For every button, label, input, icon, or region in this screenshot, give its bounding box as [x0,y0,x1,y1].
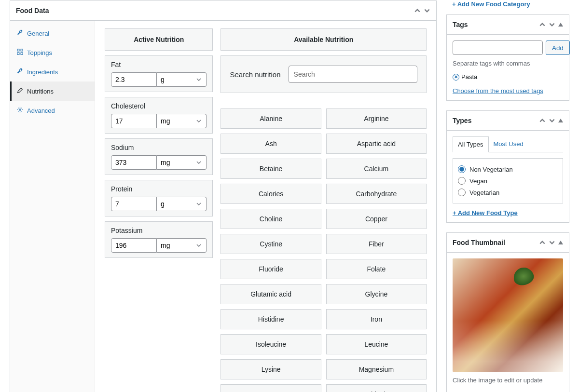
sidebar-item-ingredients[interactable]: Ingredients [10,62,95,81]
tags-panel: Tags Add Separate tags with commas ✕Past… [446,14,569,101]
nutrition-unit-select[interactable]: mg [157,238,207,253]
available-nutrition-item[interactable]: Copper [326,209,427,229]
chevron-down-icon[interactable] [424,7,430,14]
available-nutrition-item[interactable]: Magnesium [326,359,427,379]
thumbnail-image[interactable] [453,258,563,372]
nutrition-unit-select[interactable]: mg [157,114,207,128]
nutrition-unit-select[interactable]: mg [157,155,207,170]
available-nutrition-item[interactable]: Lysine [221,359,321,379]
types-title: Types [453,117,471,124]
add-food-type-link[interactable]: + Add New Food Type [453,209,518,216]
sidebar-item-toppings[interactable]: Toppings [10,43,95,62]
nutrition-label: Protein [111,185,207,193]
available-nutrition-item[interactable]: Aspartic acid [326,134,427,154]
chevron-down-icon[interactable] [549,21,555,28]
nutrition-row-protein: Proteing [105,180,213,216]
chevron-up-icon[interactable] [539,21,546,28]
tab-all-types[interactable]: All Types [453,136,489,152]
available-nutrition-item[interactable]: Calories [221,184,321,204]
available-nutrition-item[interactable]: Histidine [221,309,321,329]
type-label: Non Vegetarian [469,166,513,173]
type-radio[interactable] [458,165,466,173]
nutrition-label: Cholesterol [111,102,207,110]
available-nutrition-item[interactable]: Fluoride [221,259,321,279]
available-nutrition-item[interactable]: Leucine [326,334,427,354]
nutrition-row-cholesterol: Cholesterolmg [105,97,213,134]
available-nutrition-item[interactable]: Iron [326,309,427,329]
type-option-vegan[interactable]: Vegan [458,175,558,187]
food-data-header: Food Data [10,1,436,21]
nutrition-value-input[interactable] [111,238,157,253]
svg-rect-0 [17,49,19,51]
available-nutrition-title: Available Nutrition [221,28,427,51]
tag-chip: ✕Pasta [453,73,477,81]
type-option-vegetarian[interactable]: Vegetarian [458,187,558,198]
pencil-icon [17,87,23,95]
sidebar-item-general[interactable]: General [10,24,95,43]
svg-rect-1 [21,49,23,51]
available-nutrition-item[interactable]: Carbohydrate [326,184,427,204]
wrench-icon [17,68,23,76]
types-panel: Types All TypesMost Used Non VegetarianV… [446,110,569,223]
svg-rect-2 [17,53,19,54]
nutrition-value-input[interactable] [111,197,157,211]
food-data-title: Food Data [16,7,49,14]
food-data-panel: Food Data GeneralToppingsIngredientsNutr… [10,0,437,392]
grid-icon [17,49,23,56]
available-nutrition-item[interactable]: Betaine [221,159,321,179]
tab-most-used[interactable]: Most Used [489,136,528,152]
nutrition-value-input[interactable] [111,155,157,170]
tags-input[interactable] [453,41,543,55]
nutrition-unit-select[interactable]: g [157,197,207,211]
type-radio[interactable] [458,177,466,185]
available-nutrition-item[interactable]: Methionine [326,384,427,392]
chevron-up-icon[interactable] [539,239,546,246]
sidebar-item-advanced[interactable]: Advanced [10,101,95,120]
nutrition-label: Potassium [111,227,207,234]
thumbnail-title: Food Thumbnail [453,239,505,246]
sidebar-item-nutritions[interactable]: Nutritions [10,81,95,101]
available-nutrition-item[interactable]: Calcium [326,159,427,179]
available-nutrition-item[interactable]: Glycine [326,284,427,304]
chevron-down-icon[interactable] [549,239,555,246]
available-nutrition-item[interactable]: Isoleucine [221,334,321,354]
tag-label: Pasta [461,73,477,81]
sidebar-item-label: Advanced [27,107,55,114]
nutrition-value-input[interactable] [111,114,157,128]
available-nutrition-item[interactable]: Ash [221,134,321,154]
collapse-icon[interactable] [558,23,563,27]
search-nutrition-input[interactable] [289,66,417,83]
sidebar-item-label: Ingredients [27,68,58,76]
type-radio[interactable] [458,189,466,196]
thumbnail-panel: Food Thumbnail Click the image to edit o… [446,232,569,392]
remove-tag-icon[interactable]: ✕ [453,74,459,81]
chevron-up-icon[interactable] [414,7,421,14]
add-food-category-link[interactable]: + Add New Food Category [452,0,530,8]
available-nutrition-item[interactable]: Fiber [326,234,427,254]
available-nutrition-item[interactable]: Glutamic acid [221,284,321,304]
search-nutrition-label: Search nutrition [230,70,280,79]
type-option-non-vegetarian[interactable]: Non Vegetarian [458,163,558,175]
available-nutrition-item[interactable]: Choline [221,209,321,229]
collapse-icon[interactable] [558,241,563,244]
chevron-down-icon[interactable] [549,117,555,124]
thumbnail-header: Food Thumbnail [447,233,569,253]
available-nutrition-item[interactable]: Manganese [221,384,321,392]
search-nutrition-row: Search nutrition [221,55,427,93]
collapse-icon[interactable] [558,119,563,122]
svg-rect-3 [21,53,23,54]
sidebar-item-label: Nutritions [27,88,54,95]
available-nutrition-item[interactable]: Alanine [221,108,321,129]
types-header: Types [447,111,569,131]
thumbnail-helper: Click the image to edit or update [453,377,563,384]
nutrition-unit-select[interactable]: g [157,72,207,87]
nutrition-label: Fat [111,61,207,68]
chevron-up-icon[interactable] [539,117,546,124]
choose-tags-link[interactable]: Choose from the most used tags [453,87,543,95]
available-nutrition-item[interactable]: Arginine [326,108,427,129]
available-nutrition-item[interactable]: Cystine [221,234,321,254]
nutrition-value-input[interactable] [111,72,157,87]
available-nutrition-item[interactable]: Folate [326,259,427,279]
tags-add-button[interactable]: Add [546,41,570,55]
svg-point-4 [19,109,21,110]
